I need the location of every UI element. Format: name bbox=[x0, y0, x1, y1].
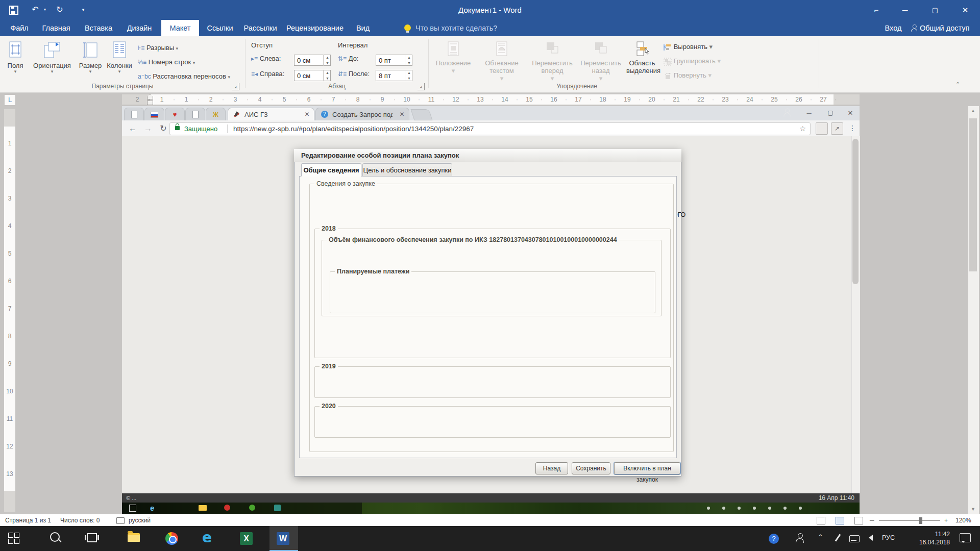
pinned-tab[interactable] bbox=[185, 108, 205, 121]
tab-close-icon[interactable]: ✕ bbox=[398, 111, 406, 118]
web-layout-icon[interactable] bbox=[854, 517, 863, 524]
taskbar-clock[interactable]: 11:42 16.04.2018 bbox=[906, 530, 950, 546]
align-button[interactable]: Выровнять ▾ bbox=[664, 40, 713, 54]
browser-tab-ais-gz[interactable]: АИС ГЗ ✕ bbox=[228, 108, 314, 121]
excel-button[interactable]: X bbox=[233, 526, 261, 551]
minimize-icon[interactable]: ─ bbox=[894, 0, 916, 20]
browser-tab-create-request[interactable]: ? Создать Запрос поддер ✕ bbox=[315, 108, 409, 121]
speaker-icon[interactable] bbox=[869, 535, 873, 541]
tab-stop-selector[interactable]: L bbox=[4, 94, 16, 106]
orientation-button[interactable]: Ориентация▾ bbox=[30, 41, 75, 73]
tab-file[interactable]: Файл bbox=[6, 20, 33, 36]
pinned-tab[interactable]: Ж bbox=[206, 108, 226, 121]
include-in-plan-button[interactable]: Включить в план закупок bbox=[614, 462, 680, 474]
save-icon[interactable] bbox=[7, 4, 20, 16]
ribbon-display-options-icon[interactable]: ⌐ bbox=[865, 0, 888, 20]
task-view-button[interactable] bbox=[79, 526, 107, 551]
tab-references[interactable]: Ссылки bbox=[203, 20, 237, 36]
proofing-icon[interactable] bbox=[116, 517, 125, 524]
tab-general-info[interactable]: Общие сведения bbox=[301, 163, 361, 177]
image-tool-icon[interactable] bbox=[816, 122, 828, 135]
breaks-button[interactable]: ⊦≡ Разрывы ▾ bbox=[138, 42, 178, 54]
zoom-in-icon[interactable]: + bbox=[944, 514, 948, 527]
back-button[interactable]: Назад bbox=[535, 462, 568, 474]
qat-customize-icon[interactable]: ▾ bbox=[77, 4, 90, 16]
tab-view[interactable]: Вид bbox=[350, 20, 376, 36]
horizontal-ruler[interactable]: 2112345678910111213141516171819202122232… bbox=[122, 94, 860, 105]
indent-left-spinner[interactable]: ▲▼ bbox=[323, 55, 331, 66]
spacing-before-spinner[interactable]: ▲▼ bbox=[405, 55, 413, 66]
signin-button[interactable]: Вход bbox=[883, 20, 903, 36]
people-tray-icon[interactable] bbox=[795, 533, 804, 543]
scroll-down-icon[interactable]: ▼ bbox=[969, 507, 977, 512]
share-button[interactable]: Общий доступ bbox=[920, 20, 971, 36]
selection-pane-button[interactable]: Область выделения bbox=[626, 41, 658, 74]
spacing-after-spinner[interactable]: ▲▼ bbox=[405, 70, 413, 81]
pinned-tab[interactable] bbox=[144, 108, 164, 121]
indent-right-spinner[interactable]: ▲▼ bbox=[323, 70, 331, 81]
page-scrollbar-thumb[interactable] bbox=[852, 139, 859, 284]
line-numbers-button[interactable]: ⅓≡ Номера строк ▾ bbox=[138, 57, 195, 68]
paragraph-dialog-launcher[interactable]: ⌟ bbox=[418, 83, 425, 90]
tellme-box[interactable]: Что вы хотите сделать? bbox=[415, 20, 518, 36]
start-button[interactable] bbox=[0, 526, 29, 551]
language-tray-indicator[interactable]: РУС bbox=[882, 534, 895, 551]
hyphenation-button[interactable]: a⁻bc Расстановка переносов ▾ bbox=[138, 71, 230, 82]
new-tab-button[interactable] bbox=[410, 109, 432, 120]
address-bar[interactable]: Защищено https://new.gz-spb.ru/#po/plan/… bbox=[169, 122, 811, 135]
taskbar-search-button[interactable] bbox=[42, 526, 70, 551]
browser-menu-icon[interactable]: ⋮ bbox=[848, 122, 856, 134]
indent-marker-bottom[interactable] bbox=[147, 101, 153, 105]
size-button[interactable]: Размер▾ bbox=[77, 41, 104, 73]
zoom-level[interactable]: 120% bbox=[955, 514, 971, 527]
read-mode-icon[interactable] bbox=[817, 517, 825, 524]
zoom-slider[interactable] bbox=[879, 520, 940, 521]
columns-button[interactable]: Колонки▾ bbox=[106, 41, 133, 73]
chrome-button[interactable] bbox=[158, 526, 187, 551]
back-icon[interactable]: ← bbox=[126, 122, 139, 135]
show-hidden-icons-chevron[interactable]: ⌃ bbox=[818, 533, 823, 551]
action-center-icon[interactable] bbox=[960, 533, 971, 542]
collapse-ribbon-icon[interactable]: ⌃ bbox=[955, 81, 960, 88]
undo-icon[interactable]: ↶ bbox=[29, 4, 42, 16]
word-count[interactable]: Число слов: 0 bbox=[60, 514, 100, 527]
margins-button[interactable]: Поля▾ bbox=[3, 41, 28, 73]
word-button[interactable]: W bbox=[270, 526, 298, 551]
page-setup-dialog-launcher[interactable]: ⌟ bbox=[232, 83, 239, 90]
browser-minimize-icon[interactable]: ─ bbox=[800, 106, 818, 120]
tab-close-icon[interactable]: ✕ bbox=[303, 111, 311, 118]
tab-mailings[interactable]: Рассылки bbox=[241, 20, 280, 36]
language-indicator[interactable]: русский bbox=[129, 514, 151, 527]
pinned-tab[interactable] bbox=[124, 108, 144, 121]
page-count[interactable]: Страница 1 из 1 bbox=[5, 514, 51, 527]
browser-maximize-icon[interactable]: ▢ bbox=[821, 106, 840, 120]
undo-dropdown-icon[interactable]: ▾ bbox=[42, 4, 48, 16]
reload-icon[interactable]: ↻ bbox=[157, 122, 170, 135]
tab-home[interactable]: Главная bbox=[37, 20, 76, 36]
browser-close-icon[interactable]: ✕ bbox=[841, 106, 860, 120]
vertical-ruler[interactable]: 12345678910111213 bbox=[4, 109, 15, 512]
tab-layout[interactable]: Макет bbox=[161, 20, 199, 36]
touch-keyboard-icon[interactable] bbox=[849, 535, 860, 542]
word-scrollbar-thumb[interactable] bbox=[969, 118, 977, 271]
redo-icon[interactable]: ↻ bbox=[53, 4, 66, 16]
zoom-slider-thumb[interactable] bbox=[919, 517, 922, 524]
browser-profile-icon[interactable] bbox=[783, 109, 791, 117]
close-icon[interactable]: ✕ bbox=[954, 0, 976, 20]
pen-tray-icon[interactable] bbox=[835, 534, 841, 542]
help-tray-icon[interactable]: ? bbox=[769, 534, 779, 544]
tab-design[interactable]: Дизайн bbox=[121, 20, 157, 36]
save-button[interactable]: Сохранить bbox=[572, 462, 610, 474]
edge-button[interactable]: e bbox=[195, 526, 224, 551]
scroll-up-icon[interactable]: ▲ bbox=[969, 108, 977, 113]
bookmark-star-icon[interactable]: ☆ bbox=[799, 123, 806, 135]
print-layout-icon[interactable] bbox=[836, 517, 844, 524]
file-explorer-button[interactable] bbox=[120, 526, 149, 551]
tab-goal-justification[interactable]: Цель и обоснование закупки bbox=[362, 163, 452, 177]
maximize-icon[interactable]: ▢ bbox=[924, 0, 946, 20]
zoom-out-icon[interactable]: ─ bbox=[870, 514, 874, 527]
tab-insert[interactable]: Вставка bbox=[80, 20, 117, 36]
share-tool-icon[interactable]: ↗ bbox=[831, 122, 843, 135]
pinned-tab[interactable]: ♥ bbox=[165, 108, 185, 121]
tab-review[interactable]: Рецензирование bbox=[284, 20, 346, 36]
